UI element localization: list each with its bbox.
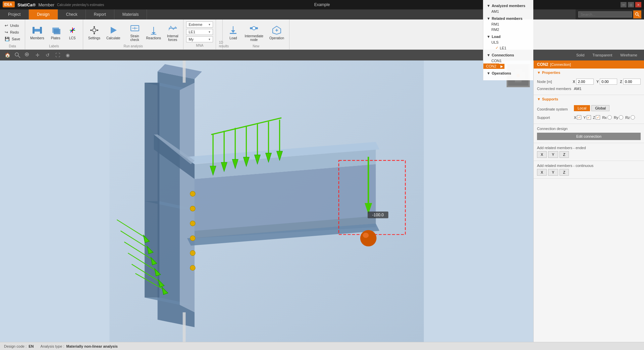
add-related-ended-label: Add related members - ended (537, 146, 641, 150)
svg-point-88 (190, 221, 195, 226)
tree-item-uls[interactable]: ULS (483, 40, 533, 45)
transparent-mode-button[interactable]: Transparent (589, 52, 615, 58)
operations-header[interactable]: ▼ Operations (483, 70, 533, 76)
search-input[interactable] (578, 11, 632, 17)
tab-report[interactable]: Report (86, 9, 114, 19)
members-button[interactable]: Members (28, 23, 47, 42)
window-controls[interactable]: ─ □ ✕ (621, 2, 641, 7)
svg-line-3 (638, 15, 640, 17)
cursor-icon[interactable]: ◉ (64, 51, 72, 59)
continuous-y-button[interactable]: Y (548, 169, 558, 176)
tab-project[interactable]: Project (0, 9, 29, 19)
continuous-z-button[interactable]: Z (559, 169, 569, 176)
node-x-input[interactable] (576, 79, 594, 85)
lcs-button[interactable]: LCS (65, 23, 80, 42)
global-button[interactable]: Global (591, 105, 609, 111)
intermediate-node-button[interactable]: Intermediatenode (242, 21, 266, 43)
minimize-button[interactable]: ─ (621, 2, 627, 7)
design-code-label: Design code : (4, 344, 26, 348)
undo-button[interactable]: ↩ Undo (3, 23, 22, 29)
zoom-icon[interactable] (23, 51, 32, 59)
operations-label: Operations (492, 71, 511, 75)
svg-point-30 (252, 27, 256, 30)
continuous-x-button[interactable]: X (537, 169, 547, 176)
solid-mode-button[interactable]: Solid (573, 52, 588, 58)
viewport[interactable]: -100.0 (0, 60, 533, 342)
y-label: Y (596, 80, 599, 84)
plates-button[interactable]: Plates (48, 23, 63, 42)
ended-z-button[interactable]: Z (559, 151, 569, 158)
analyzed-members-header[interactable]: ▼ Analyzed members (483, 3, 533, 9)
operation-icon (271, 25, 282, 36)
con1-label: CON1 (491, 59, 502, 63)
undo-label: Undo (10, 24, 19, 28)
x-checkbox[interactable]: ✓ (577, 115, 581, 120)
connections-header[interactable]: ▼ Connections (483, 52, 533, 58)
maximize-button[interactable]: □ (628, 2, 634, 7)
tab-design[interactable]: Design (29, 9, 58, 19)
z-support-label: Z (593, 116, 595, 120)
z-checkbox[interactable]: ✓ (596, 115, 600, 120)
node-y-input[interactable] (600, 79, 617, 85)
add-related-continuous-label: Add related members - continuous (537, 164, 641, 168)
connections-section: ▼ Connections CON1 CON2 ▶ (483, 52, 533, 69)
svg-point-55 (360, 230, 377, 247)
calculate-button[interactable]: Calculate (104, 23, 123, 42)
strain-check-button[interactable]: Straincheck (127, 21, 143, 43)
my-dropdown[interactable]: My ▼ (186, 36, 213, 42)
analyzed-members-section: ▼ Analyzed members AM1 (483, 3, 533, 14)
related-members-header[interactable]: ▼ Related members (483, 15, 533, 21)
rx-radio[interactable] (607, 115, 612, 120)
operation-button[interactable]: Operation (267, 23, 286, 42)
settings-button[interactable]: Settings (86, 23, 103, 42)
home-view-icon[interactable]: 🏠 (3, 51, 11, 59)
right-panel: CON2 [Connection] ▼ Properties Node [m] … (533, 60, 644, 342)
main-area: -100.0 ▼ Analyzed members AM1 (0, 60, 644, 342)
load-button[interactable]: Load (225, 23, 241, 42)
ry-radio[interactable] (619, 115, 623, 120)
fit-icon[interactable]: ⛶ (54, 51, 62, 59)
analysis-dropdowns: Extreme ▼ LE1 ▼ My ▼ (186, 21, 213, 42)
connected-members-row: Connected members AM1 (537, 87, 641, 91)
support-z: Z ✓ (593, 115, 600, 120)
search-button[interactable] (633, 10, 641, 18)
tree-item-rm2[interactable]: RM2 (483, 27, 533, 32)
analysis-type-label: Analysis type : (41, 344, 64, 348)
zoom-fit-icon[interactable] (13, 51, 21, 59)
tab-check[interactable]: Check (58, 9, 86, 19)
ended-y-button[interactable]: Y (548, 151, 558, 158)
load-header[interactable]: ▼ Load (483, 34, 533, 40)
properties-header[interactable]: ▼ Properties (534, 69, 644, 77)
tree-item-le1[interactable]: ✓ LE1 (483, 45, 533, 51)
svg-point-90 (190, 251, 195, 256)
save-button[interactable]: 💾 Save (3, 36, 22, 42)
y-checkbox[interactable]: ✓ (587, 115, 591, 120)
tree-item-con2[interactable]: CON2 (483, 63, 499, 69)
pan-icon[interactable]: ✛ (34, 51, 42, 59)
close-button[interactable]: ✕ (635, 2, 641, 7)
tab-materials[interactable]: Materials (114, 9, 147, 19)
node-z-input[interactable] (623, 79, 641, 85)
rotate-icon[interactable]: ↺ (44, 51, 52, 59)
ended-x-button[interactable]: X (537, 151, 547, 158)
wireframe-mode-button[interactable]: Wireframe (617, 52, 641, 58)
reactions-button[interactable]: Reactions (144, 23, 163, 42)
properties-section: ▼ Properties Node [m] X Y (534, 69, 644, 95)
supports-header[interactable]: ▼ Supports (534, 95, 644, 103)
rz-radio[interactable] (631, 115, 635, 120)
triangle-icon: ▼ (487, 16, 490, 20)
analysis-type-dropdown[interactable]: Extreme ▼ (186, 21, 213, 28)
tree-item-am1[interactable]: AM1 (483, 9, 533, 14)
edit-connection-button[interactable]: Edit connection (537, 133, 641, 140)
load-case-dropdown[interactable]: LE1 ▼ (186, 29, 213, 35)
local-button[interactable]: Local (574, 105, 590, 111)
svg-rect-94 (183, 60, 186, 83)
load-icon (228, 25, 238, 36)
operations-section: ▼ Operations (483, 70, 533, 76)
redo-button[interactable]: ↪ Redo (3, 29, 22, 35)
tree-item-rm1[interactable]: RM1 (483, 21, 533, 27)
tree-item-con1[interactable]: CON1 (483, 58, 533, 63)
new-group-label: New (225, 44, 286, 48)
internal-forces-button[interactable]: Internalforces (165, 21, 180, 43)
support-row: Support X ✓ Y ✓ Z ✓ (537, 115, 641, 120)
